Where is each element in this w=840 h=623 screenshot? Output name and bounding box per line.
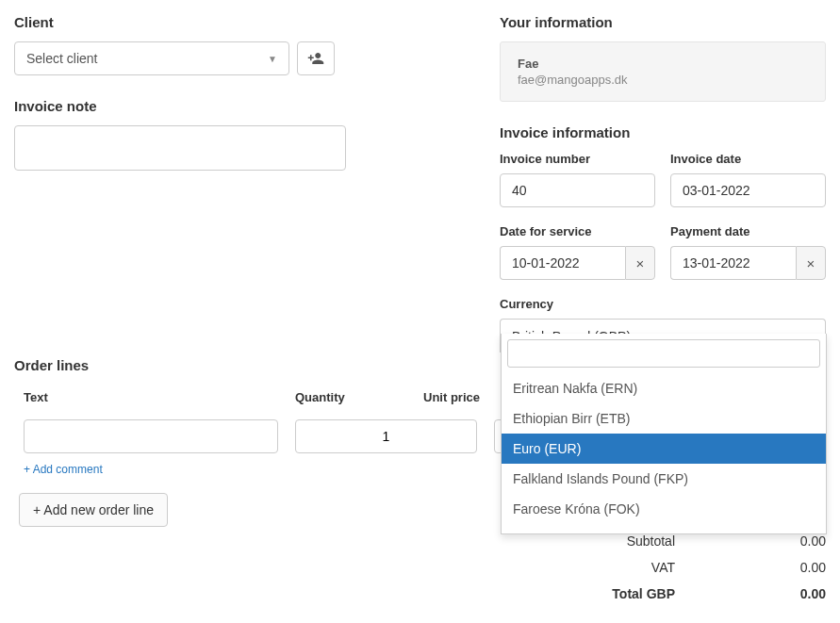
invoice-date-label: Invoice date (670, 152, 826, 166)
currency-option[interactable]: Euro (EUR) (502, 434, 826, 464)
chevron-down-icon: ▼ (268, 54, 277, 64)
invoice-info-label: Invoice information (500, 124, 826, 140)
invoice-number-input[interactable] (500, 173, 655, 207)
payment-date-label: Payment date (670, 224, 826, 238)
client-section-label: Client (14, 14, 486, 30)
close-icon: × (636, 255, 645, 271)
currency-list: Eritrean Nakfa (ERN)Ethiopian Birr (ETB)… (502, 373, 826, 533)
your-info-box: Fae fae@mangoapps.dk (500, 41, 826, 102)
vat-label: VAT (515, 560, 779, 575)
close-icon: × (807, 255, 815, 271)
clear-payment-date-button[interactable]: × (796, 246, 826, 280)
service-date-label: Date for service (500, 224, 655, 238)
order-qty-input[interactable] (295, 419, 477, 453)
vat-value: 0.00 (779, 560, 826, 575)
col-qty-header: Quantity (295, 390, 359, 404)
person-add-icon (307, 50, 324, 67)
currency-option[interactable]: Eritrean Nakfa (ERN) (502, 373, 826, 403)
your-info-email: fae@mangoapps.dk (518, 73, 808, 87)
invoice-note-textarea[interactable] (14, 125, 346, 171)
currency-option[interactable]: Ethiopian Birr (ETB) (502, 403, 826, 434)
currency-label: Currency (500, 297, 826, 311)
subtotal-label: Subtotal (515, 533, 779, 549)
currency-search-input[interactable] (507, 339, 820, 368)
invoice-number-label: Invoice number (500, 152, 655, 166)
your-info-name: Fae (518, 57, 808, 71)
currency-dropdown: Eritrean Nakfa (ERN)Ethiopian Birr (ETB)… (501, 334, 827, 534)
total-value: 0.00 (779, 586, 826, 601)
add-client-button[interactable] (297, 41, 335, 75)
totals-section: Subtotal 0.00 VAT 0.00 Total GBP 0.00 (515, 528, 826, 607)
service-date-input[interactable] (500, 246, 625, 280)
select-client-dropdown[interactable]: Select client ▼ (14, 41, 289, 75)
your-info-label: Your information (500, 14, 826, 30)
select-client-placeholder: Select client (26, 51, 97, 66)
payment-date-input[interactable] (670, 246, 796, 280)
clear-service-date-button[interactable]: × (625, 246, 655, 280)
total-label: Total GBP (515, 586, 779, 601)
currency-option[interactable]: Falkland Islands Pound (FKP) (502, 464, 826, 494)
order-line-row (24, 419, 486, 453)
col-text-header: Text (24, 390, 295, 404)
add-order-line-button[interactable]: + Add new order line (19, 493, 168, 527)
currency-option[interactable]: Fijian Dollar (FJD) (502, 524, 826, 533)
subtotal-value: 0.00 (779, 533, 826, 549)
col-price-header: Unit price (359, 390, 480, 404)
add-comment-link[interactable]: + Add comment (24, 463, 103, 476)
invoice-date-input[interactable] (670, 173, 826, 207)
order-text-input[interactable] (24, 419, 278, 453)
currency-option[interactable]: Faroese Króna (FOK) (502, 494, 826, 524)
order-lines-label: Order lines (14, 357, 486, 373)
invoice-note-label: Invoice note (14, 98, 486, 114)
